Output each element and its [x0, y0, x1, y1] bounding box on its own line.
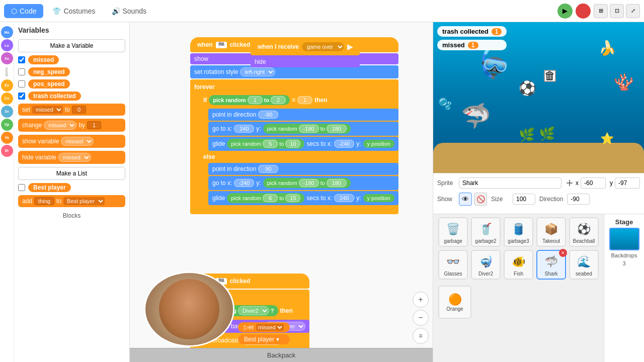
py2min[interactable]: [299, 179, 319, 187]
x-input[interactable]: [581, 177, 606, 189]
sprite-thumb-garbage[interactable]: 🗑️ garbage: [438, 217, 468, 247]
hide-eye-button[interactable]: 🚫: [474, 193, 487, 206]
bottom-badge-1[interactable]: ▷er missed: [238, 322, 290, 332]
tab-costumes[interactable]: 👕 Costumes: [45, 4, 102, 18]
var-checkbox-trash[interactable]: [18, 93, 25, 100]
hide-var-block: hide variable missed: [18, 151, 125, 164]
backpack-bar[interactable]: Backpack: [130, 348, 433, 362]
sprite-thumb-beachball[interactable]: ⚽ Beachball: [569, 217, 599, 247]
zoom-in-button[interactable]: +: [413, 292, 429, 308]
make-variable-button[interactable]: Make a Variable: [18, 39, 125, 52]
rand-min[interactable]: [248, 96, 263, 104]
add-list-select[interactable]: Best player: [63, 197, 105, 205]
sprite-thumb-seabed[interactable]: 🌊 seabed: [569, 250, 599, 280]
if-header[interactable]: if pick random to = then: [199, 93, 398, 108]
var-badge-pos-speed[interactable]: pos_speed: [28, 79, 70, 88]
category-operators[interactable]: Op: [1, 119, 13, 131]
var-checkbox-missed[interactable]: [18, 56, 25, 63]
category-sound[interactable]: So: [1, 52, 13, 64]
glide-x2[interactable]: [334, 194, 354, 202]
rand-max[interactable]: [271, 96, 286, 104]
category-motion[interactable]: Mo: [1, 26, 13, 38]
touching-select[interactable]: Diver2: [238, 306, 269, 315]
sprite-name-input[interactable]: [459, 177, 561, 189]
stage-thumbnail[interactable]: [609, 228, 639, 250]
stop-button[interactable]: [576, 4, 591, 19]
list-badge-best-player[interactable]: Best player: [28, 183, 71, 192]
add-thing-input[interactable]: [34, 197, 54, 205]
green-flag-button[interactable]: ▶: [557, 4, 573, 19]
g2max[interactable]: [285, 194, 300, 202]
category-variables[interactable]: Va: [1, 132, 13, 144]
g1min[interactable]: [263, 140, 278, 148]
layout-btn-2[interactable]: ⊡: [610, 4, 624, 18]
sprite-thumb-glasses[interactable]: 👓 Glasses: [438, 250, 468, 280]
point-dir-90[interactable]: point in direction: [208, 163, 398, 175]
set-value-input[interactable]: [72, 106, 86, 114]
glasses-label: Glasses: [444, 271, 462, 277]
point-dir-neg90[interactable]: point in direction: [208, 109, 398, 121]
var-badge-missed[interactable]: missed: [28, 55, 59, 64]
sprite-thumb-shark[interactable]: ✕ 🦈 Shark: [536, 250, 566, 280]
dir-val-2[interactable]: [258, 165, 278, 173]
py1min[interactable]: [299, 125, 319, 133]
tab-code[interactable]: ⬡ Code: [4, 4, 43, 18]
stage-canvas[interactable]: trash collected 1 missed 1 🤿 🦈 🪸 ⚽ 🗑 🫧 ⭐…: [433, 22, 644, 173]
var-badge-neg-speed[interactable]: neg_speed: [28, 67, 70, 76]
forever-block-1[interactable]: forever if pick random to = then: [190, 79, 398, 214]
direction-input[interactable]: [567, 194, 590, 205]
add-block: add to Best player: [18, 195, 125, 207]
goto-x-y-1[interactable]: go to x: y: pick random to: [208, 122, 398, 136]
hide-var-select[interactable]: missed: [58, 153, 91, 162]
sprite-thumb-garbage2[interactable]: 🥤 garbage2: [471, 217, 501, 247]
sprite-thumb-orange[interactable]: 🟠 Orange: [438, 286, 471, 319]
var-checkbox-pos-speed[interactable]: [18, 80, 25, 87]
change-var-select[interactable]: missed: [44, 121, 76, 130]
goto-x-y-2[interactable]: go to x: y: pick random to: [208, 176, 398, 190]
hide-block[interactable]: hide: [251, 56, 360, 67]
list-checkbox-best-player[interactable]: [18, 184, 25, 191]
show-eye-button[interactable]: 👁: [459, 193, 472, 206]
dir-val-1[interactable]: [258, 111, 278, 119]
size-input[interactable]: [513, 194, 535, 205]
py2max[interactable]: [327, 179, 347, 187]
var-checkbox-neg-speed[interactable]: [18, 68, 25, 75]
sprite-thumb-garbage3[interactable]: 🛢️ garbage3: [504, 217, 533, 247]
glide-block-1[interactable]: glide pick random to secs to x: y: y pos…: [208, 137, 398, 151]
category-control[interactable]: Co: [1, 93, 13, 105]
g2min[interactable]: [263, 194, 278, 202]
layout-btn-1[interactable]: ⊞: [594, 4, 608, 18]
receive-hat[interactable]: when I receive game over ▶: [251, 38, 360, 55]
rotation-style-select[interactable]: left-right: [240, 67, 275, 76]
category-sensing[interactable]: Se: [1, 106, 13, 118]
goto-x1[interactable]: [234, 125, 254, 133]
code-canvas[interactable]: when 🏁 clicked show set rotation style l…: [130, 22, 433, 362]
sprite-delete-button[interactable]: ✕: [559, 249, 567, 257]
tab-sounds[interactable]: 🔊 Sounds: [105, 4, 153, 18]
layout-btn-3[interactable]: ⤢: [626, 4, 640, 18]
glide-block-2[interactable]: glide pick random to secs to x: y: y pos…: [208, 191, 398, 205]
sprite-thumb-takeout[interactable]: 📦 Takeout: [536, 217, 566, 247]
category-blocks[interactable]: Bl: [1, 145, 13, 157]
py1max[interactable]: [327, 125, 347, 133]
goto-x2[interactable]: [234, 179, 254, 187]
sprite-thumb-diver2[interactable]: 🤿 Diver2: [471, 250, 501, 280]
sprite-thumb-fish[interactable]: 🐠 Fish: [504, 250, 533, 280]
bottom-badge-2[interactable]: Best player ▾: [238, 334, 290, 344]
show-var-select[interactable]: missed: [61, 137, 94, 146]
receive-dropdown[interactable]: game over: [302, 42, 344, 51]
blocks-label[interactable]: Blocks: [18, 212, 125, 219]
category-looks[interactable]: Lo: [1, 39, 13, 51]
eq-val[interactable]: [297, 96, 312, 104]
set-var-select[interactable]: missed: [32, 106, 63, 114]
zoom-fit-button[interactable]: ≡: [413, 328, 429, 344]
glide-x1[interactable]: [334, 140, 354, 148]
zoom-out-button[interactable]: −: [413, 310, 429, 326]
g1max[interactable]: [285, 140, 300, 148]
bottom-badge-1-select[interactable]: missed: [256, 324, 284, 331]
y-input[interactable]: [615, 177, 640, 189]
var-badge-trash[interactable]: trash collected: [28, 92, 81, 101]
make-list-button[interactable]: Make a List: [18, 167, 125, 180]
category-events[interactable]: Ev: [1, 79, 13, 92]
change-value-input[interactable]: [87, 121, 101, 129]
